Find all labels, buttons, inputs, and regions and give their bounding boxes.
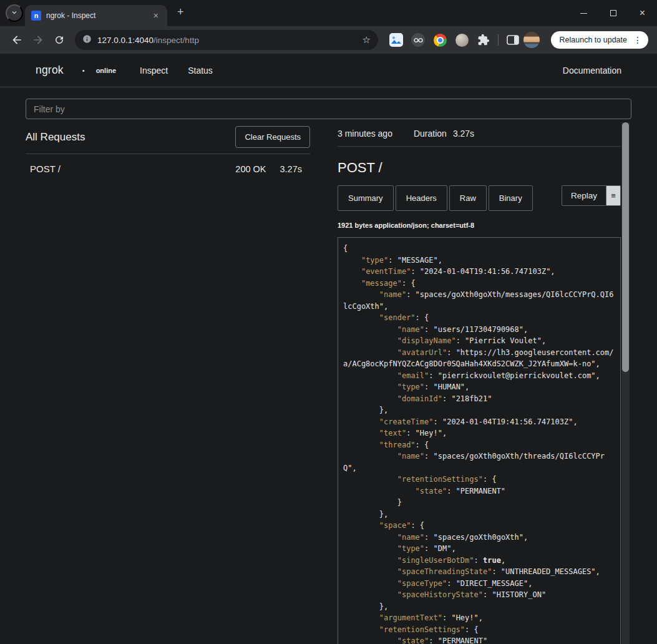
duration-value: 3.27s xyxy=(453,129,474,139)
ngrok-favicon-icon: n xyxy=(31,11,41,21)
detail-scrollbar[interactable] xyxy=(621,122,630,644)
tab-raw[interactable]: Raw xyxy=(449,185,487,211)
relaunch-label: Relaunch to update xyxy=(560,36,627,44)
request-title: POST / xyxy=(338,160,621,176)
browser-toolbar: 127.0.0.1:4040/inspect/http ☆ Relaunch t… xyxy=(0,26,657,54)
replay-menu-button[interactable]: ≡ xyxy=(606,185,621,206)
duration-label: Duration xyxy=(414,129,447,139)
browser-tab[interactable]: n ngrok - Inspect × xyxy=(25,5,167,26)
status-online: online xyxy=(96,67,116,74)
nav-inspect[interactable]: Inspect xyxy=(140,66,168,76)
arrow-left-icon xyxy=(11,34,23,46)
tab-search-button[interactable] xyxy=(6,4,23,22)
clear-requests-button[interactable]: Clear Requests xyxy=(235,126,310,148)
inspect-page: All Requests Clear Requests POST / 200 O… xyxy=(0,87,657,644)
glasses-icon xyxy=(411,33,425,47)
new-tab-button[interactable]: + xyxy=(177,6,184,19)
arrow-right-icon xyxy=(32,34,44,46)
response-meta: 1921 bytes application/json; charset=utf… xyxy=(338,222,621,229)
tab-close-button[interactable]: × xyxy=(151,10,161,21)
tab-headers[interactable]: Headers xyxy=(396,185,447,211)
relaunch-button[interactable]: Relaunch to update ⋮ xyxy=(551,31,648,49)
replay-button[interactable]: Replay xyxy=(562,185,606,206)
profile-avatar[interactable] xyxy=(523,32,540,48)
bookmark-star-icon[interactable]: ☆ xyxy=(363,34,371,46)
minimize-icon xyxy=(580,13,587,14)
chevron-down-icon xyxy=(11,9,18,18)
minimize-button[interactable] xyxy=(569,0,598,26)
scrollbar-thumb[interactable] xyxy=(622,122,629,372)
address-bar[interactable]: 127.0.0.1:4040/inspect/http ☆ xyxy=(75,30,378,50)
maximize-icon xyxy=(610,10,616,16)
filter-input[interactable] xyxy=(26,99,631,119)
extensions-row xyxy=(389,33,490,47)
reload-icon xyxy=(54,34,65,46)
extensions-puzzle-icon[interactable] xyxy=(477,33,490,47)
tab-title: ngrok - Inspect xyxy=(46,11,146,20)
ngrok-logo[interactable]: ngrok xyxy=(36,64,64,77)
response-body-box: { "type": "MESSAGE", "eventTime": "2024-… xyxy=(338,237,621,644)
site-info-icon[interactable] xyxy=(82,34,92,46)
tab-binary[interactable]: Binary xyxy=(489,185,533,211)
forward-button[interactable] xyxy=(27,29,49,51)
reload-button[interactable] xyxy=(49,29,70,51)
image-extension-icon[interactable] xyxy=(389,33,403,47)
nav-status[interactable]: Status xyxy=(188,66,213,76)
request-status: 200 OK xyxy=(235,164,266,174)
close-icon: × xyxy=(640,8,645,18)
response-json: { "type": "MESSAGE", "eventTime": "2024-… xyxy=(343,243,615,644)
tab-summary[interactable]: Summary xyxy=(338,185,394,211)
back-button[interactable] xyxy=(6,29,27,51)
request-detail-panel: 3 minutes ago Duration 3.27s POST / Summ… xyxy=(338,126,621,644)
tab-strip: n ngrok - Inspect × + × xyxy=(0,0,657,26)
sphere-icon xyxy=(455,34,469,47)
requests-title: All Requests xyxy=(26,131,85,144)
chrome-circle-icon xyxy=(434,34,447,47)
request-duration: 3.27s xyxy=(280,164,302,174)
sphere-extension-icon[interactable] xyxy=(455,33,469,47)
request-row[interactable]: POST / 200 OK 3.27s xyxy=(26,154,310,183)
maximize-button[interactable] xyxy=(598,0,628,26)
detail-time-ago: 3 minutes ago xyxy=(338,129,392,139)
window-controls: × xyxy=(569,0,657,26)
side-panel-icon[interactable] xyxy=(506,33,520,47)
nav-documentation[interactable]: Documentation xyxy=(563,66,621,76)
request-method-path: POST / xyxy=(30,163,61,174)
close-button[interactable]: × xyxy=(628,0,657,26)
requests-panel: All Requests Clear Requests POST / 200 O… xyxy=(26,126,310,183)
chrome-logo-icon[interactable] xyxy=(433,33,447,47)
glasses-extension-icon[interactable] xyxy=(411,33,425,47)
toolbar-separator xyxy=(498,34,499,46)
ngrok-header: ngrok • online Inspect Status Documentat… xyxy=(0,54,657,87)
status-bullet: • xyxy=(82,67,85,74)
detail-tabs: Summary Headers Raw Binary Replay ≡ xyxy=(338,185,621,211)
menu-dots-icon[interactable]: ⋮ xyxy=(633,35,642,45)
main-nav: Inspect Status xyxy=(140,66,213,76)
url-text: 127.0.0.1:4040/inspect/http xyxy=(97,36,199,45)
